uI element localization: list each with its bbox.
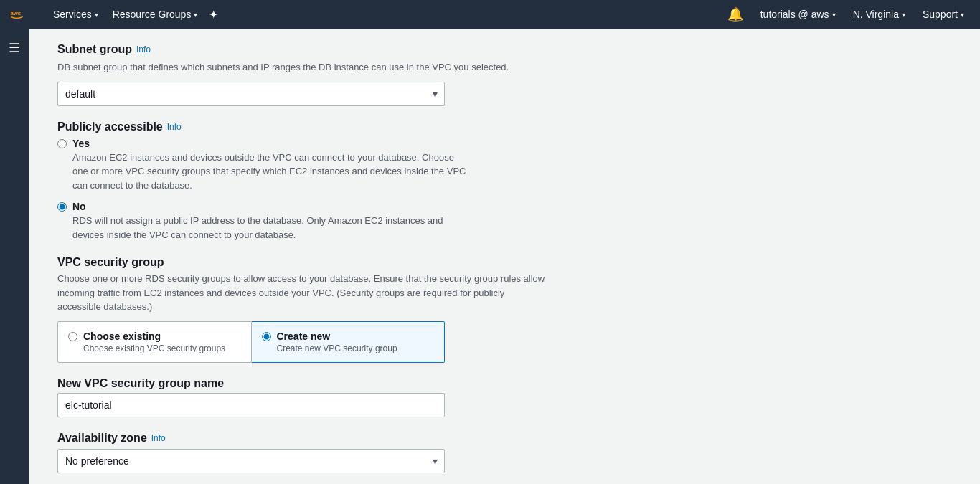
subnet-group-section: Subnet group Info DB subnet group that d… <box>57 43 951 106</box>
new-vpc-sg-name-input[interactable] <box>57 393 445 417</box>
publicly-accessible-no-option[interactable]: No RDS will not assign a public IP addre… <box>57 201 951 242</box>
publicly-accessible-yes-option[interactable]: Yes Amazon EC2 instances and devices out… <box>57 138 951 193</box>
aws-logo: aws <box>9 1 34 27</box>
user-menu-chevron-icon: ▾ <box>832 11 836 19</box>
resource-groups-nav-item[interactable]: Resource Groups ▾ <box>105 9 205 20</box>
user-menu[interactable]: tutorials @ aws ▾ <box>753 9 843 20</box>
support-chevron-icon: ▾ <box>961 11 964 19</box>
no-radio-label: No <box>72 201 467 212</box>
subnet-group-label: Subnet group <box>57 43 132 56</box>
vpc-security-group-label: VPC security group <box>57 256 951 269</box>
region-chevron-icon: ▾ <box>902 11 905 19</box>
resource-groups-chevron-icon: ▾ <box>194 11 197 19</box>
bookmark-icon[interactable]: ✦ <box>204 8 222 22</box>
choose-existing-card[interactable]: Choose existing Choose existing VPC secu… <box>57 321 252 363</box>
new-vpc-sg-name-section: New VPC security group name <box>57 377 951 417</box>
new-vpc-sg-name-label: New VPC security group name <box>57 377 951 390</box>
subnet-group-select[interactable]: default <box>57 82 445 106</box>
main-content: Subnet group Info DB subnet group that d… <box>29 29 980 484</box>
vpc-security-group-section: VPC security group Choose one or more RD… <box>57 256 951 363</box>
create-new-label: Create new <box>277 331 397 342</box>
availability-zone-section: Availability zone Info No preference ▾ <box>57 432 951 473</box>
region-menu[interactable]: N. Virginia ▾ <box>846 9 913 20</box>
choose-existing-desc: Choose existing VPC security groups <box>83 343 225 353</box>
publicly-accessible-yes-radio[interactable] <box>57 139 67 148</box>
yes-radio-label: Yes <box>72 138 467 149</box>
subnet-group-select-wrapper: default ▾ <box>57 82 445 106</box>
svg-text:aws: aws <box>10 10 21 16</box>
subnet-group-description: DB subnet group that defines which subne… <box>57 60 545 75</box>
top-navigation: aws Services ▾ Resource Groups ▾ ✦ 🔔 tut… <box>0 0 980 29</box>
publicly-accessible-no-radio[interactable] <box>57 202 67 212</box>
publicly-accessible-radio-group: Yes Amazon EC2 instances and devices out… <box>57 138 951 242</box>
publicly-accessible-info-link[interactable]: Info <box>167 122 182 132</box>
vpc-security-group-cards: Choose existing Choose existing VPC secu… <box>57 321 445 363</box>
choose-existing-label: Choose existing <box>83 331 225 342</box>
no-radio-description: RDS will not assign a public IP address … <box>72 214 467 242</box>
create-new-card[interactable]: Create new Create new VPC security group <box>252 321 446 363</box>
sidebar-menu-icon[interactable]: ☰ <box>4 36 24 60</box>
notifications-bell-icon[interactable]: 🔔 <box>720 6 750 22</box>
sidebar: ☰ <box>0 29 29 484</box>
services-chevron-icon: ▾ <box>95 11 98 19</box>
yes-radio-description: Amazon EC2 instances and devices outside… <box>72 151 467 193</box>
subnet-group-info-link[interactable]: Info <box>136 44 151 54</box>
support-menu[interactable]: Support ▾ <box>915 9 971 20</box>
vpc-security-group-description: Choose one or more RDS security groups t… <box>57 272 545 314</box>
availability-zone-label: Availability zone <box>57 432 147 445</box>
publicly-accessible-label: Publicly accessible <box>57 120 163 133</box>
publicly-accessible-section: Publicly accessible Info Yes Amazon EC2 … <box>57 120 951 242</box>
create-new-radio[interactable] <box>262 332 271 341</box>
availability-zone-info-link[interactable]: Info <box>151 433 166 443</box>
availability-zone-select-wrapper: No preference ▾ <box>57 449 445 473</box>
availability-zone-select[interactable]: No preference <box>57 449 445 473</box>
services-nav-item[interactable]: Services ▾ <box>46 9 105 20</box>
create-new-desc: Create new VPC security group <box>277 343 397 353</box>
choose-existing-radio[interactable] <box>68 332 77 341</box>
